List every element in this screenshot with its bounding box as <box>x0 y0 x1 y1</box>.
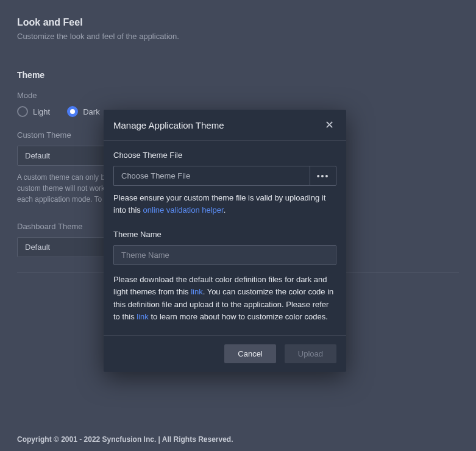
cancel-button[interactable]: Cancel <box>224 344 275 363</box>
ellipsis-icon: ••• <box>317 171 330 181</box>
file-help-text: Please ensure your custom theme file is … <box>113 192 336 216</box>
radio-icon <box>17 106 28 117</box>
theme-section-title: Theme <box>17 70 459 80</box>
page-title: Look and Feel <box>17 17 459 28</box>
file-browse-button[interactable]: ••• <box>310 166 336 186</box>
upload-button[interactable]: Upload <box>285 344 336 363</box>
learn-more-link[interactable]: link <box>137 312 149 321</box>
mode-label: Mode <box>17 91 459 100</box>
radio-icon <box>67 106 78 117</box>
dialog-body-help: Please download the default color defini… <box>113 274 336 323</box>
validation-helper-link[interactable]: online validation helper <box>143 205 223 215</box>
close-icon[interactable]: ✕ <box>322 118 336 132</box>
page-subtitle: Customize the look and feel of the appli… <box>17 32 459 41</box>
mode-radio-light[interactable]: Light <box>17 106 50 117</box>
download-link[interactable]: link <box>191 287 203 296</box>
manage-theme-dialog: Manage Application Theme ✕ Choose Theme … <box>104 110 346 372</box>
dialog-title: Manage Application Theme <box>113 120 224 130</box>
file-field-label: Choose Theme File <box>113 151 336 160</box>
radio-label-light: Light <box>33 107 50 116</box>
radio-label-dark: Dark <box>83 107 99 116</box>
file-chooser-text[interactable]: Choose Theme File <box>113 166 310 186</box>
footer-copyright: Copyright © 2001 - 2022 Syncfusion Inc. … <box>17 435 233 444</box>
mode-radio-dark[interactable]: Dark <box>67 106 99 117</box>
theme-name-input[interactable] <box>113 245 336 265</box>
theme-name-label: Theme Name <box>113 230 336 239</box>
